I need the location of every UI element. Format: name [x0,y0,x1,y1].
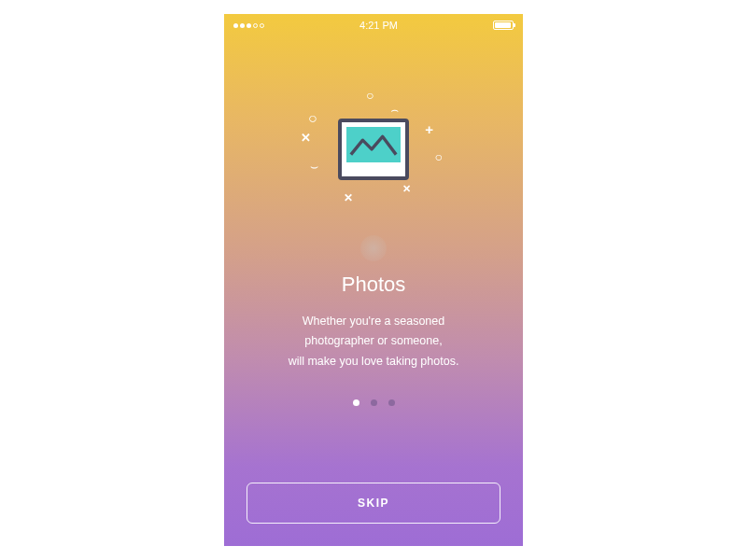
battery-icon [493,21,514,30]
status-time: 4:21 PM [359,20,398,31]
deco-x-icon: ✕ [301,131,311,145]
deco-plus-icon: + [425,121,433,137]
page-dot-2[interactable] [371,399,377,406]
onboarding-screen: 4:21 PM ○ ○ ✕ ⌣ ✕ ⌣ + ○ ✕ [224,14,523,546]
deco-circle-icon: ○ [366,88,374,103]
deco-circle-icon: ○ [435,149,443,164]
photos-illustration: ○ ○ ✕ ⌣ ✕ ⌣ + ○ ✕ [299,84,448,215]
skip-button[interactable]: SKIP [247,483,500,524]
status-bar: 4:21 PM [224,14,523,33]
deco-x-icon: ✕ [344,191,353,204]
page-dot-1[interactable] [353,399,359,406]
deco-arc-icon: ⌣ [310,159,318,175]
deco-x-icon: ✕ [402,183,411,195]
deco-arc-icon: ⌣ [390,105,399,119]
deco-circle-icon: ○ [308,110,317,127]
photo-frame-icon [338,119,409,180]
mountain-icon [346,127,401,162]
signal-indicator [233,23,264,28]
pagination-dots [353,399,395,406]
touch-indicator [360,235,387,261]
onboarding-title: Photos [342,273,406,297]
page-dot-3[interactable] [388,399,395,406]
onboarding-description: Whether you're a seasoned photographer o… [251,312,497,371]
onboarding-content[interactable]: ○ ○ ✕ ⌣ ✕ ⌣ + ○ ✕ Photos Whether you'r [224,33,523,406]
